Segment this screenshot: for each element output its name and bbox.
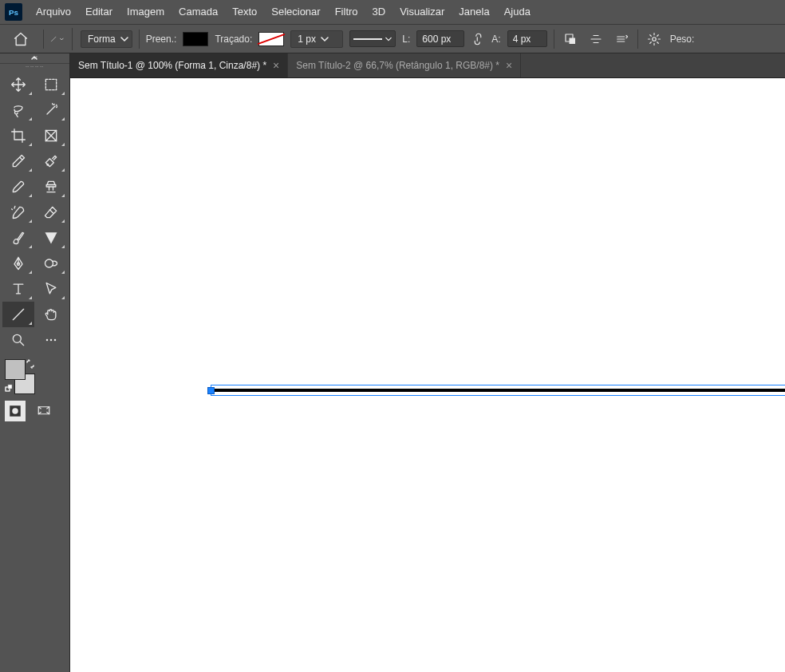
height-label: A: [491,34,500,45]
path-select-tool[interactable] [35,276,67,302]
stroke-label: Traçado: [215,34,252,45]
stroke-width-dropdown[interactable]: 1 px [290,30,343,48]
current-tool-icon[interactable] [50,28,73,50]
path-alignment-button[interactable] [586,28,606,50]
svg-rect-13 [8,385,12,389]
shape-width-input[interactable] [416,30,464,47]
svg-text:Ps: Ps [9,8,19,17]
magic-wand-tool[interactable] [35,97,67,123]
svg-point-3 [652,37,656,41]
document-tab-1[interactable]: Sem Título-1 @ 100% (Forma 1, Cinza/8#) … [70,53,288,77]
svg-point-7 [45,259,53,267]
svg-point-11 [53,339,56,342]
menu-camada[interactable]: Camada [172,0,225,24]
svg-rect-2 [569,38,575,44]
toolbox [0,70,69,353]
options-bar: Forma Preen.: Traçado: 1 px L: A: Peso: [0,24,785,53]
line-tool[interactable] [2,302,34,327]
spot-heal-tool[interactable] [35,148,67,174]
canvas[interactable] [70,78,785,672]
separator [637,30,638,49]
move-tool[interactable] [2,72,34,97]
lasso-tool[interactable] [2,97,34,123]
tool-mode-label: Forma [88,34,116,45]
default-colors-icon[interactable] [5,383,14,393]
mask-mode-row [0,399,69,423]
blur-tool[interactable] [35,225,67,251]
stroke-width-value: 1 px [298,34,316,45]
weight-label: Peso: [670,34,695,45]
hand-tool[interactable] [35,302,67,327]
close-icon[interactable]: × [506,60,512,71]
home-button[interactable] [5,28,37,50]
path-arrangement-button[interactable] [612,28,631,50]
workspace: ┄┄┄┄ [0,53,785,672]
toolbox-panel: ┄┄┄┄ [0,53,70,672]
width-label: L: [402,34,410,45]
svg-point-15 [12,408,18,414]
document-tab-label: Sem Título-1 @ 100% (Forma 1, Cinza/8#) … [78,60,266,71]
menu-imagem[interactable]: Imagem [120,0,172,24]
standard-mode-button[interactable] [5,401,26,421]
marquee-tool[interactable] [35,72,67,97]
separator [43,30,44,49]
editor-main: Sem Título-1 @ 100% (Forma 1, Cinza/8#) … [70,53,785,672]
svg-point-8 [13,334,21,342]
brush-tool[interactable] [2,174,34,200]
history-brush-tool[interactable] [2,200,34,225]
crop-tool[interactable] [2,123,34,148]
menu-3d[interactable]: 3D [365,0,393,24]
menu-janela[interactable]: Janela [452,0,496,24]
svg-point-9 [45,339,48,342]
gradient-tool[interactable] [2,225,34,251]
shape-height-input[interactable] [507,30,547,47]
menu-filtro[interactable]: Filtro [328,0,365,24]
stroke-style-preview [353,38,382,40]
close-icon[interactable]: × [273,60,279,71]
menu-texto[interactable]: Texto [225,0,264,24]
svg-point-10 [49,339,52,342]
toolbox-drag-hint: ┄┄┄┄ [0,64,69,70]
document-tabstrip: Sem Título-1 @ 100% (Forma 1, Cinza/8#) … [70,53,785,78]
stroke-color-swatch[interactable] [258,32,284,46]
fill-color-swatch[interactable] [183,32,208,46]
screen-mode-button[interactable] [34,401,54,421]
app-logo-icon: Ps [5,3,22,21]
foreground-color-swatch[interactable] [5,359,26,380]
document-tab-2[interactable]: Sem Título-2 @ 66,7% (Retângulo 1, RGB/8… [288,53,521,77]
separator [139,30,140,49]
type-tool[interactable] [2,276,34,302]
path-operations-button[interactable] [561,28,580,50]
stroke-style-dropdown[interactable] [349,30,396,47]
edit-toolbar-button[interactable] [35,327,67,353]
fill-label: Preen.: [146,34,177,45]
separator [554,30,554,49]
menubar: Ps Arquivo Editar Imagem Camada Texto Se… [0,0,785,24]
eyedropper-tool[interactable] [2,148,34,174]
link-dimensions-icon[interactable] [471,32,485,46]
pen-tool[interactable] [2,251,34,276]
gear-icon[interactable] [645,28,664,50]
color-swatch-section [0,353,69,399]
tool-mode-dropdown[interactable]: Forma [81,30,132,48]
zoom-tool[interactable] [2,327,34,353]
frame-tool[interactable] [35,123,67,148]
menu-selecionar[interactable]: Selecionar [264,0,327,24]
swap-colors-icon[interactable] [26,359,35,369]
dodge-tool[interactable] [35,251,67,276]
toolbox-collapse-handle[interactable] [0,53,69,64]
svg-rect-4 [45,79,56,89]
menu-ajuda[interactable]: Ajuda [497,0,538,24]
eraser-tool[interactable] [35,200,67,225]
menu-visualizar[interactable]: Visualizar [392,0,452,24]
document-tab-label: Sem Título-2 @ 66,7% (Retângulo 1, RGB/8… [296,60,499,71]
clone-stamp-tool[interactable] [35,174,67,200]
menu-arquivo[interactable]: Arquivo [29,0,78,24]
menu-editar[interactable]: Editar [78,0,120,24]
line-shape[interactable] [211,389,785,392]
